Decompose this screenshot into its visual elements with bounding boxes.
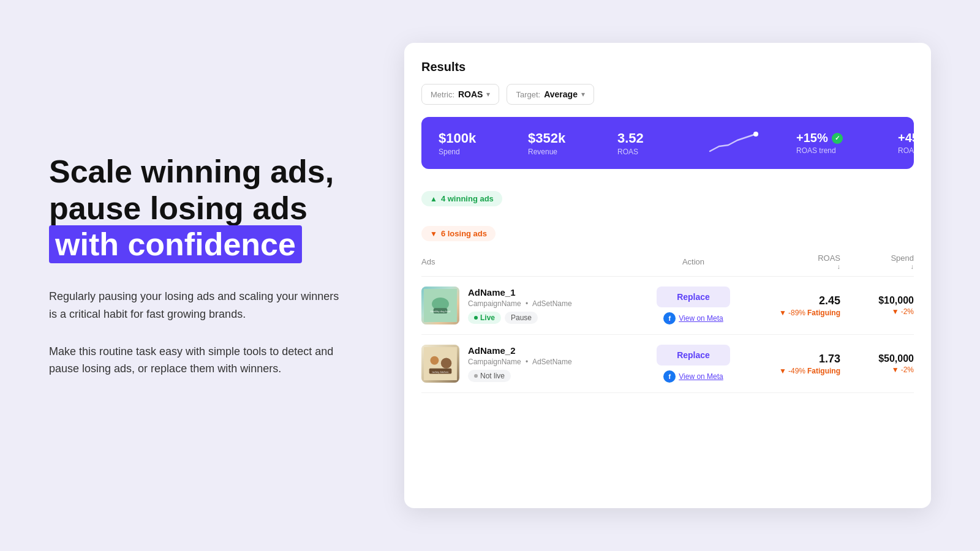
stat-revenue-value: $352k [528, 130, 583, 146]
col-action-1: Replace f View on Meta [644, 287, 742, 324]
stat-revenue-label: Revenue [528, 148, 583, 156]
meta-icon-1: f [663, 312, 676, 324]
stat-spend-value: $100k [439, 130, 494, 146]
col-header-action: Action [644, 257, 742, 266]
triangle-down-icon: ▼ [430, 230, 437, 238]
ad-thumbnail-2: turkey kitchen [421, 345, 459, 383]
notlive-badge-2: Not live [468, 370, 511, 382]
replace-button-1[interactable]: Replace [657, 287, 730, 307]
winning-badge-label: 4 winning ads [441, 194, 494, 203]
view-meta-link-1[interactable]: f View on Meta [663, 312, 723, 324]
body-text-1: Regularly pausing your losing ads and sc… [49, 288, 343, 323]
metric-chevron-icon: ▾ [486, 90, 490, 99]
table-row: Healthy dog food AdName_1 CampaignName •… [421, 277, 914, 335]
headline-highlight: with confidence [49, 225, 302, 263]
replace-button-2[interactable]: Replace [657, 345, 730, 365]
spend-down-icon-1: ▼ [892, 307, 899, 316]
target-value: Average [544, 89, 578, 99]
meta-icon-2: f [663, 370, 676, 383]
svg-point-6 [430, 356, 439, 365]
spend-down-icon-2: ▼ [892, 365, 899, 374]
roas-trend-1: ▼ -89% Fatiguing [779, 309, 840, 317]
roas-down-icon-2: ▼ [779, 367, 786, 375]
spend-trend-1: ▼ -2% [892, 307, 914, 316]
live-badge-1: Live [468, 312, 501, 324]
svg-rect-5 [424, 347, 457, 380]
metric-filter[interactable]: Metric: ROAS ▾ [421, 84, 499, 105]
winning-badge: ▲ 4 winning ads [421, 191, 502, 206]
right-panel: Results Metric: ROAS ▾ Target: Average ▾… [392, 0, 980, 551]
ad-status-badges-1: Live Pause [468, 312, 644, 324]
notlive-dot-icon-2 [474, 374, 478, 378]
losing-badge: ▼ 6 losing ads [421, 226, 496, 241]
table-header: Ads Action ROAS ↓ Spend ↓ [421, 250, 914, 277]
col-roas-1: 2.45 ▼ -89% Fatiguing [742, 294, 840, 317]
ad-info-1: AdName_1 CampaignName • AdSetName Live P… [468, 287, 644, 324]
col-header-ads: Ads [421, 257, 644, 266]
results-card: Results Metric: ROAS ▾ Target: Average ▾… [404, 43, 931, 508]
roas-down-icon-1: ▼ [779, 309, 786, 317]
stat-roas-label: ROAS [617, 148, 673, 156]
svg-text:Healthy dog food: Healthy dog food [431, 310, 451, 313]
col-header-roas: ROAS ↓ [742, 253, 840, 270]
col-roas-2: 1.73 ▼ -49% Fatiguing [742, 353, 840, 375]
roas-value-1: 2.45 [819, 294, 840, 307]
sparkline-chart [707, 128, 762, 158]
stat-roas: 3.52 ROAS [617, 130, 673, 156]
roas-value-2: 1.73 [819, 353, 840, 365]
body-text-2: Make this routine task easy with simple … [49, 343, 343, 378]
stat-roas-value: 3.52 [617, 130, 673, 146]
ad-campaign-1: CampaignName • AdSetName [468, 299, 644, 308]
roas-trend-2: ▼ -49% Fatiguing [779, 367, 840, 375]
results-title: Results [404, 43, 931, 84]
ad-name-2: AdName_2 [468, 345, 644, 356]
roas-target-value: +45% [898, 131, 914, 145]
spend-trend-2: ▼ -2% [892, 365, 914, 374]
col-spend-2: $50,000 ▼ -2% [840, 353, 914, 374]
col-action-2: Replace f View on Meta [644, 345, 742, 383]
ad-status-badges-2: Not live [468, 370, 644, 382]
metric-value: ROAS [458, 89, 483, 99]
table-row: turkey kitchen AdName_2 CampaignName • A… [421, 335, 914, 393]
check-green-icon-1: ✓ [832, 133, 843, 144]
headline-line2: pause losing ads [49, 190, 307, 226]
ad-name-1: AdName_1 [468, 287, 644, 298]
svg-text:turkey kitchen: turkey kitchen [432, 370, 449, 373]
ad-info-2: AdName_2 CampaignName • AdSetName Not li… [468, 345, 644, 382]
roas-target-label: ROAS vs. target [898, 146, 914, 155]
stat-roas-trend: +15% ✓ ROAS trend [796, 131, 864, 155]
pause-badge-1[interactable]: Pause [505, 312, 538, 324]
headline: Scale winning ads, pause losing ads with… [49, 154, 343, 263]
roas-trend-value: +15% [796, 131, 828, 145]
svg-point-0 [753, 132, 758, 137]
triangle-up-icon: ▲ [430, 195, 437, 203]
col-spend-1: $10,000 ▼ -2% [840, 295, 914, 316]
stats-bar: $100k Spend $352k Revenue 3.52 ROAS [421, 117, 914, 169]
metric-label: Metric: [431, 90, 454, 99]
col-header-spend: Spend ↓ [840, 253, 914, 270]
losing-badge-label: 6 losing ads [441, 229, 487, 238]
content-area: ▲ 4 winning ads ▼ 6 losing ads Ads Actio… [404, 169, 931, 508]
left-panel: Scale winning ads, pause losing ads with… [0, 117, 392, 435]
live-dot-icon-1 [474, 316, 478, 320]
stat-spend: $100k Spend [439, 130, 494, 156]
ad-thumbnail-1: Healthy dog food [421, 287, 459, 324]
view-meta-link-2[interactable]: f View on Meta [663, 370, 723, 383]
svg-point-7 [441, 358, 451, 368]
headline-line1: Scale winning ads, [49, 154, 334, 189]
filters-row: Metric: ROAS ▾ Target: Average ▾ [404, 84, 931, 117]
spend-sort-icon: ↓ [911, 263, 914, 270]
target-chevron-icon: ▾ [581, 90, 585, 99]
roas-trend-label: ROAS trend [796, 146, 864, 155]
stat-revenue: $352k Revenue [528, 130, 583, 156]
spend-value-1: $10,000 [878, 295, 914, 306]
spend-value-2: $50,000 [878, 353, 914, 364]
target-label: Target: [516, 90, 540, 99]
ad-campaign-2: CampaignName • AdSetName [468, 358, 644, 366]
stat-spend-label: Spend [439, 148, 494, 156]
stat-roas-vs-target: +45% ✓ ROAS vs. target [898, 131, 914, 155]
target-filter[interactable]: Target: Average ▾ [507, 84, 594, 105]
